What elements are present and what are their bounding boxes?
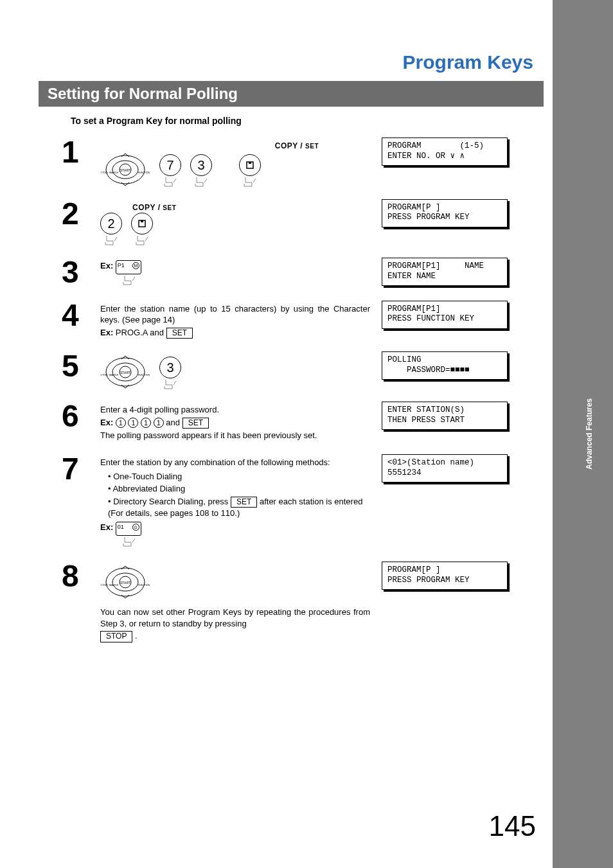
method-details: (For details, see pages 108 to 110.) [108, 508, 240, 518]
svg-rect-9 [141, 220, 143, 222]
lcd-display: POLLING PASSWORD=■■■■ [382, 351, 508, 380]
step-body: Ex: P1 M [100, 258, 377, 289]
copy-set-label: COPY / SET [132, 203, 176, 212]
lcd-display: <01>(Station name) 5551234 [382, 454, 508, 483]
page-number: 145 [489, 810, 536, 842]
set-button-label: SET [166, 328, 193, 339]
step-1: 1 COPY / SET STARTDIRECTORY SEARCHFUNCTI… [62, 137, 553, 188]
step-number: 2 [62, 199, 100, 226]
press-icon [135, 235, 149, 246]
key-set [239, 154, 261, 188]
subheading: To set a Program Key for normal polling [71, 116, 553, 126]
step-text: Enter the station by any combination of … [100, 457, 370, 468]
key-row: 2 [100, 213, 370, 246]
set-button-label: SET [231, 497, 257, 508]
side-tab-label: Advanced Features [585, 398, 594, 470]
program-key-label: P1 [118, 262, 125, 269]
svg-text:START: START [120, 168, 130, 172]
example-label: Ex: [100, 522, 113, 532]
key-row: STARTDIRECTORY SEARCHFUNCTION 3 [100, 354, 370, 390]
step-body: Enter a 4-digit polling password. Ex: 1 … [100, 402, 377, 443]
method-list: One-Touch Dialing Abbreviated Dialing Di… [108, 471, 370, 519]
method-item: Directory Search Dialing, press SET afte… [108, 496, 370, 519]
step-text: Enter a 4-digit polling password. [100, 404, 370, 416]
svg-rect-7 [249, 162, 251, 164]
step-body: COPY / SET 2 [100, 199, 377, 247]
lcd-display: PROGRAM[P ] PRESS PROGRAM KEY [382, 199, 508, 227]
press-icon [163, 378, 177, 390]
example-label: Ex: [100, 261, 113, 270]
stop-button-label: STOP [100, 631, 132, 642]
key-set [131, 213, 153, 246]
step-2: 2 COPY / SET 2 [62, 199, 553, 247]
onetouch-key-corner: ⊙ [132, 524, 139, 531]
function-dial-icon: STARTDIRECTORY SEARCHFUNCTION [100, 354, 150, 390]
lcd-display: PROGRAM[P1] NAME ENTER NAME [382, 258, 508, 286]
digit-key-icon: 1 [128, 418, 138, 428]
svg-text:START: START [120, 581, 130, 585]
program-key-icon: P1 M [116, 260, 141, 274]
step-text: Enter the station name (up to 15 charact… [100, 303, 370, 326]
set-button-label: SET [182, 418, 209, 429]
key-7: 7 [159, 154, 181, 188]
step-number: 4 [62, 301, 100, 328]
step-4: 4 Enter the station name (up to 15 chara… [62, 301, 553, 341]
step-number: 3 [62, 258, 100, 285]
digit-key-icon: 3 [190, 154, 212, 176]
svg-text:DIRECTORY SEARCH: DIRECTORY SEARCH [100, 584, 118, 587]
lcd-display: PROGRAM[P ] PRESS PROGRAM KEY [382, 562, 508, 590]
example-line: Ex: 1 1 1 1 and SET [100, 417, 370, 429]
digit-key-icon: 7 [159, 154, 181, 176]
svg-text:FUNCTION: FUNCTION [138, 584, 150, 587]
step-3: 3 Ex: P1 M PROGRAM[P1] NAME ENTER NAME [62, 258, 553, 289]
copy-set-label: COPY / SET [275, 141, 319, 150]
digit-key-icon: 1 [116, 418, 126, 428]
page-content: Program Keys Setting for Normal Polling … [0, 0, 553, 868]
press-icon [104, 235, 118, 246]
step-body: COPY / SET STARTDIRECTORY SEARCHFUNCTION… [100, 137, 377, 188]
key-row: STARTDIRECTORY SEARCHFUNCTION [100, 564, 370, 600]
lcd-display: ENTER STATION(S) THEN PRESS START [382, 402, 508, 430]
step-5: 5 STARTDIRECTORY SEARCHFUNCTION 3 POLLIN… [62, 351, 553, 390]
steps-list: 1 COPY / SET STARTDIRECTORY SEARCHFUNCTI… [62, 137, 553, 644]
press-icon [122, 274, 136, 286]
step-body: Enter the station by any combination of … [100, 454, 377, 550]
program-key-corner: M [132, 262, 139, 269]
press-icon [194, 176, 208, 188]
digit-key-icon: 1 [141, 418, 151, 428]
digit-key-icon: 2 [100, 213, 122, 235]
example-line: Ex: PROG.A and SET [100, 327, 370, 339]
step-number: 7 [62, 454, 100, 481]
svg-text:START: START [120, 371, 130, 375]
onetouch-key-icon: 01 ⊙ [116, 522, 141, 536]
press-icon [122, 536, 136, 547]
digit-key-icon: 1 [154, 418, 164, 428]
step-body: STARTDIRECTORY SEARCHFUNCTION 3 [100, 351, 377, 390]
onetouch-key-label: 01 [118, 524, 124, 530]
page-title: Program Keys [0, 0, 553, 81]
set-key-icon [131, 213, 153, 235]
step-note: The polling password appears if it has b… [100, 430, 370, 441]
function-dial-icon: STARTDIRECTORY SEARCHFUNCTION [100, 564, 150, 600]
step-number: 5 [62, 351, 100, 378]
section-heading: Setting for Normal Polling [39, 81, 544, 107]
side-tab: Advanced Features [553, 0, 613, 868]
step-body: STARTDIRECTORY SEARCHFUNCTION You can no… [100, 562, 377, 644]
lcd-display: PROGRAM (1-5) ENTER NO. OR ∨ ∧ [382, 137, 508, 166]
method-item: One-Touch Dialing [108, 471, 370, 483]
press-icon [243, 176, 257, 188]
svg-text:DIRECTORY SEARCH: DIRECTORY SEARCH [100, 374, 118, 376]
svg-text:FUNCTION: FUNCTION [138, 374, 150, 376]
step-6: 6 Enter a 4-digit polling password. Ex: … [62, 402, 553, 443]
method-item: Abbreviated Dialing [108, 483, 370, 495]
svg-text:DIRECTORY SEARCH: DIRECTORY SEARCH [100, 172, 118, 174]
lcd-display: PROGRAM[P1] PRESS FUNCTION KEY [382, 301, 508, 329]
step-text: You can now set other Program Keys by re… [100, 607, 370, 629]
step-8: 8 STARTDIRECTORY SEARCHFUNCTION You can … [62, 562, 553, 644]
set-key-icon [239, 154, 261, 176]
digit-key-icon: 3 [159, 357, 181, 378]
key-row: STARTDIRECTORY SEARCHFUNCTION 7 3 [100, 152, 370, 188]
svg-text:FUNCTION: FUNCTION [138, 172, 150, 174]
step-number: 1 [62, 137, 100, 164]
step-body: Enter the station name (up to 15 charact… [100, 301, 377, 341]
